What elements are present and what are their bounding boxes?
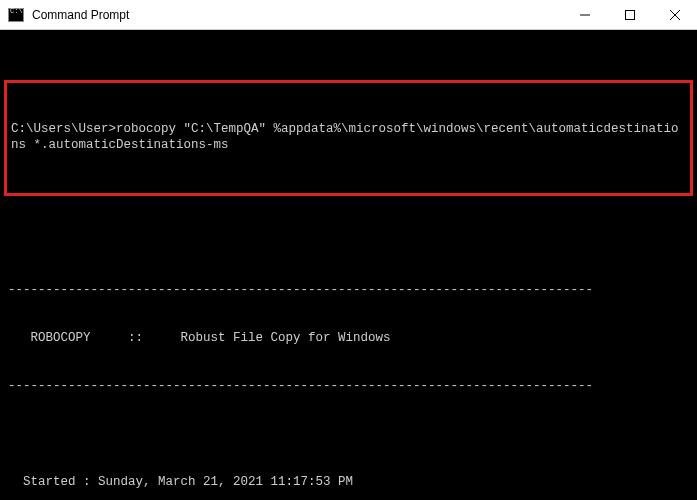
command-line: C:\Users\User>robocopy "C:\TempQA" %appd… [11,121,686,153]
started-line: Started : Sunday, March 21, 2021 11:17:5… [0,474,697,490]
prompt-text: C:\Users\User> [11,122,116,136]
cmd-icon: C:\ [8,8,24,22]
maximize-button[interactable] [607,0,652,29]
command-highlight-box: C:\Users\User>robocopy "C:\TempQA" %appd… [4,80,693,196]
robocopy-header: ROBOCOPY :: Robust File Copy for Windows [0,330,697,346]
window-controls [562,0,697,29]
divider-line: ----------------------------------------… [0,378,697,394]
svg-rect-1 [625,10,634,19]
minimize-button[interactable] [562,0,607,29]
terminal-output[interactable]: C:\Users\User>robocopy "C:\TempQA" %appd… [0,30,697,500]
divider-line: ----------------------------------------… [0,282,697,298]
close-button[interactable] [652,0,697,29]
window-title: Command Prompt [32,8,562,22]
titlebar: C:\ Command Prompt [0,0,697,30]
